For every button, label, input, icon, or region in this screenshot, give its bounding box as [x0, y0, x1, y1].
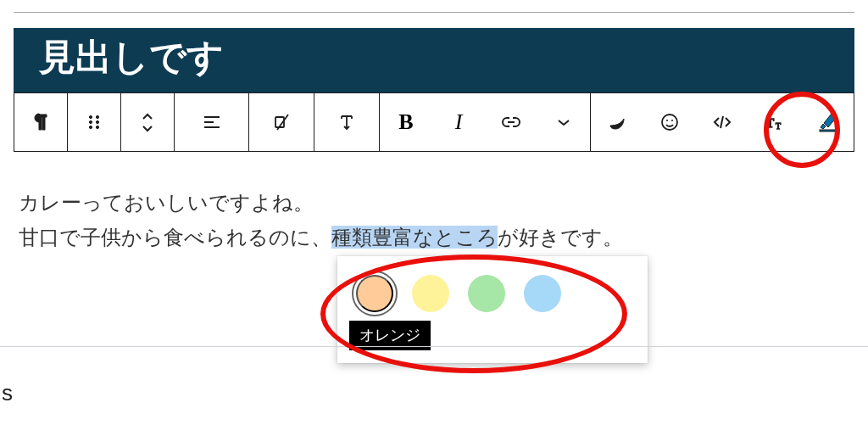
paragraph-icon [31, 112, 51, 132]
drag-handle-button[interactable] [68, 93, 120, 151]
svg-point-3 [96, 120, 98, 123]
svg-point-7 [662, 115, 677, 130]
code-icon [712, 112, 732, 132]
selected-text: 種類豊富なところ [331, 226, 498, 249]
svg-point-8 [666, 120, 668, 121]
content-text: が好きです。 [498, 226, 623, 249]
smile-icon [659, 112, 680, 132]
annotation-circle-popover [320, 254, 627, 373]
content-text: 甘口で子供から食べられるのに、 [19, 226, 331, 249]
svg-point-2 [89, 120, 92, 123]
column-icon [337, 112, 357, 132]
image-toggle-button[interactable] [255, 93, 308, 151]
bold-icon: B [398, 111, 413, 133]
align-left-icon [202, 112, 222, 132]
annotation-circle-toolbar [764, 92, 840, 168]
align-button[interactable] [186, 93, 238, 151]
stray-text: s [2, 380, 13, 406]
spacer-button[interactable] [320, 93, 373, 151]
italic-icon: I [455, 109, 463, 135]
move-button[interactable] [121, 93, 174, 151]
more-inline-button[interactable] [537, 93, 590, 151]
italic-button[interactable]: I [432, 93, 485, 151]
block-type-button[interactable] [14, 93, 67, 151]
up-down-icon [142, 112, 153, 132]
link-button[interactable] [485, 93, 537, 151]
block-heading[interactable]: 見出しです [14, 28, 854, 92]
code-button[interactable] [696, 93, 748, 151]
link-icon [501, 112, 521, 132]
drag-icon [84, 112, 104, 132]
emoji-button[interactable] [643, 93, 696, 151]
content-text: カレーっておいしいですよね。 [19, 191, 314, 214]
swish-button[interactable] [591, 93, 643, 151]
block-toolbar: B I [14, 92, 854, 152]
svg-point-0 [89, 115, 92, 118]
swoosh-icon [607, 112, 627, 132]
image-slash-icon [271, 112, 292, 132]
svg-point-9 [671, 120, 673, 121]
svg-point-5 [96, 126, 98, 128]
bold-button[interactable]: B [380, 93, 432, 151]
svg-point-1 [96, 115, 98, 118]
paragraph-block[interactable]: カレーっておいしいですよね。 甘口で子供から食べられるのに、種類豊富なところが好… [19, 186, 849, 255]
chevron-down-icon [554, 112, 574, 132]
divider-top [14, 12, 854, 13]
svg-point-4 [89, 126, 92, 128]
